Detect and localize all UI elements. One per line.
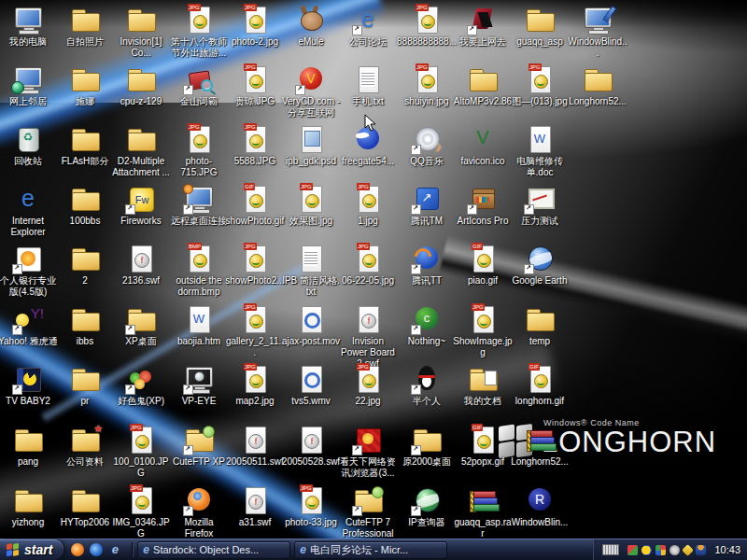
desktop-icon[interactable]: GIFlonghorn.gif [510, 364, 570, 407]
desktop-icon[interactable]: guaqq_asp.rar [453, 485, 513, 539]
desktop-icon[interactable]: 好色鬼(XP) [111, 364, 171, 407]
desktop-icon[interactable]: tvs5.wmv [281, 364, 341, 407]
start-button[interactable]: start [0, 539, 63, 560]
input-method-keyboard-icon[interactable] [602, 544, 619, 555]
desktop-icon[interactable]: VVeryCD.com - 分享互联网 [281, 64, 341, 119]
desktop-icon[interactable]: ♪QQ音乐 [397, 124, 457, 167]
desktop-icon[interactable]: JPG1.jpg [338, 184, 398, 227]
desktop-icon[interactable]: fa31.swf [225, 485, 285, 528]
desktop-icon[interactable]: Vfavicon.ico [453, 124, 513, 167]
desktop-icon[interactable]: D2-Multiple Attachment ... [111, 124, 171, 178]
desktop-icon[interactable]: 100bbs [55, 184, 115, 227]
desktop-icon[interactable]: JPGShowImage.jpg [453, 304, 513, 358]
desktop-icon[interactable]: HYTop2006 [55, 485, 115, 528]
desktop-icon[interactable]: 压力测试 [510, 184, 570, 227]
dialer-tray-icon[interactable] [669, 545, 680, 555]
desktop-icon[interactable]: 看天下网络资讯浏览器(3... [338, 425, 398, 479]
desktop-icon[interactable]: fInvision Power Board 2.swf [338, 304, 398, 370]
desktop-icon[interactable]: 腾讯TT [397, 244, 457, 287]
desktop-icon[interactable]: pr [55, 364, 115, 407]
desktop-icon[interactable]: XP桌面 [111, 304, 171, 347]
firefox-quicklaunch-icon[interactable] [71, 543, 84, 556]
kingsoft-tray-icon[interactable] [641, 545, 652, 555]
desktop-icon[interactable]: cNothing~ [397, 304, 457, 347]
desktop-icon[interactable]: JPGIMG_0346.JPG [111, 485, 171, 539]
desktop-icon[interactable]: JPG8888888888... [397, 5, 457, 48]
desktop-icon[interactable]: Wbaojia.htm [169, 304, 229, 347]
desktop-icon[interactable]: JPG22.jpg [338, 364, 398, 407]
desktop-icon[interactable]: TV BABY2 [0, 364, 58, 407]
desktop-icon[interactable]: f2136.swf [111, 244, 171, 287]
task-button-stardock[interactable]: e Stardock: Object Des... [137, 541, 290, 559]
desktop-icon[interactable]: Y!Yahoo! 雅虎通 [0, 304, 58, 347]
desktop-icon[interactable]: CuteFTP XP [169, 425, 229, 468]
desktop-icon[interactable]: VP-EYE [169, 364, 229, 407]
desktop-icon[interactable]: 个人银行专业版(4.5版) [0, 244, 58, 298]
desktop-icon[interactable]: Longhorn52... [568, 64, 627, 107]
desktop-icon[interactable]: f20050511.swf [225, 425, 285, 468]
desktop-icon[interactable]: ★公司资料 [55, 425, 115, 468]
desktop-icon[interactable]: 我的文档 [453, 364, 513, 407]
desktop-icon[interactable]: ♻回收站 [0, 124, 58, 167]
desktop-icon[interactable]: f20050528.swf [281, 425, 341, 468]
desktop-icon[interactable]: Invision[1] Co... [111, 5, 171, 59]
desktop-icon[interactable]: 原2000桌面 [397, 425, 457, 468]
desktop-icon[interactable]: JPGgallery_2_11... [225, 304, 285, 358]
desktop-icon[interactable]: 金山词霸 [169, 64, 229, 107]
desktop-icon[interactable]: FLAsH部分 [55, 124, 115, 167]
desktop-icon[interactable]: ipb_gdk.psd [281, 124, 341, 167]
desktop-icon[interactable]: yizhong [0, 485, 58, 528]
cube-tray-icon[interactable] [655, 545, 666, 555]
desktop-icon[interactable]: GIF52popx.gif [453, 425, 513, 468]
taskbar-clock[interactable]: 10:43 [714, 544, 740, 555]
skin-tray-icon[interactable] [627, 545, 638, 555]
desktop-icon[interactable]: temp [510, 304, 570, 347]
desktop-icon[interactable]: 我要上网去 [453, 5, 513, 48]
desktop-icon[interactable]: FwFireworks [111, 184, 171, 227]
desktop-icon[interactable]: 远程桌面连接 [169, 184, 229, 227]
desktop-icon[interactable]: JPG贵琼.JPG [225, 64, 285, 107]
desktop-icon[interactable]: JPGphoto-33.jpg [281, 485, 341, 528]
desktop-icon[interactable]: W电脑维修传单.doc [510, 124, 570, 178]
desktop-icon[interactable]: ArtIcons Pro [453, 184, 513, 227]
desktop-icon[interactable]: ajax-post.mov [281, 304, 341, 347]
desktop-icon[interactable]: JPGphoto-2.jpg [225, 5, 285, 48]
desktop-icon[interactable]: AltoMP3v2.86 [453, 64, 513, 107]
desktop-icon[interactable]: guaqq_asp [510, 5, 570, 48]
desktop-icon[interactable]: JPGshuiyin.jpg [397, 64, 457, 107]
desktop-icon[interactable]: GIFshowPhoto.gif [225, 184, 285, 227]
desktop-icon[interactable]: 2 [55, 244, 115, 287]
desktop-icon[interactable]: eMule [281, 5, 341, 48]
messenger-tray-icon[interactable] [696, 545, 706, 555]
desktop-icon[interactable]: 施娜 [55, 64, 115, 107]
desktop-icon[interactable]: CuteFTP 7 Professional [338, 485, 398, 539]
desktop-icon[interactable]: 网上邻居 [0, 64, 58, 107]
desktop-icon[interactable]: cpu-z-129 [111, 64, 171, 107]
desktop-icon[interactable]: JPGphoto-715.JPG [169, 124, 229, 178]
desktop-icon[interactable]: JPG效果图.jpg [281, 184, 341, 227]
desktop-icon[interactable]: 自拍照片 [55, 5, 115, 48]
desktop-icon[interactable]: pang [0, 425, 58, 468]
desktop-icon[interactable]: RWindowBlin... [510, 485, 570, 528]
task-button-forum[interactable]: e 电白同乡论坛 - Micr... [294, 541, 447, 559]
desktop-icon[interactable]: e公司论坛 [338, 5, 398, 48]
desktop-icon[interactable]: GIFpiao.gif [453, 244, 513, 287]
desktop-icon[interactable]: WindowBlind... [568, 5, 627, 59]
desktop-icon[interactable]: Google Earth [510, 244, 570, 287]
desktop-icon[interactable]: JPG100_0100.JPG [111, 425, 171, 479]
desktop-icon[interactable]: JPG5588.JPG [225, 124, 285, 167]
desktop-icon[interactable]: ↗腾讯TM [397, 184, 457, 227]
desktop-icon[interactable]: JPGshowPhoto2... [225, 244, 285, 287]
desktop-icon[interactable]: 半个人 [397, 364, 457, 407]
desktop-icon[interactable]: JPGmap2.jpg [225, 364, 285, 407]
desktop-icon[interactable]: Longhorn52... [510, 425, 570, 468]
desktop-icon[interactable]: IP查询器 [397, 485, 457, 528]
desktop-icon[interactable]: 我的电脑 [0, 5, 58, 48]
desktop-icon[interactable]: JPG第十八个教师节外出旅游... [169, 5, 229, 59]
desktop-icon[interactable]: ibbs [55, 304, 115, 347]
desktop-icon[interactable]: Mozilla Firefox [169, 485, 229, 539]
desktop-icon[interactable]: 手机.txt [338, 64, 398, 107]
ie-quicklaunch-icon[interactable]: e [108, 543, 121, 556]
media-quicklaunch-icon[interactable] [90, 543, 103, 556]
diamond-tray-icon[interactable] [683, 544, 695, 556]
